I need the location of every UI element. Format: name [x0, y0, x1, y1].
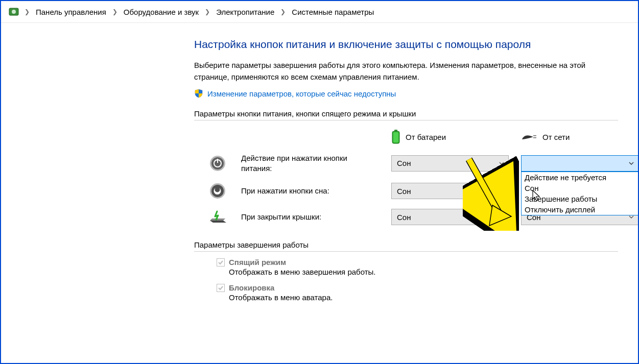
- power-plug-icon: [521, 132, 537, 141]
- column-header-ac: От сети: [521, 132, 638, 141]
- chevron-right-icon: ❯: [202, 8, 213, 15]
- checkbox-sleep-mode-label: Спящий режим: [229, 258, 286, 266]
- battery-icon: [391, 130, 400, 144]
- chevron-down-icon: [499, 215, 504, 219]
- svg-rect-5: [393, 132, 398, 142]
- dropdown-option-sleep[interactable]: Сон: [522, 183, 638, 193]
- breadcrumb-control-panel[interactable]: Панель управления: [35, 7, 107, 17]
- chevron-right-icon: ❯: [21, 8, 33, 15]
- section-buttons-lid-title: Параметры кнопки питания, кнопки спящего…: [194, 109, 618, 120]
- breadcrumb: ❯ Панель управления ❯ Оборудование и зву…: [1, 1, 638, 23]
- checkbox-lock-label: Блокировка: [229, 283, 274, 292]
- breadcrumb-system-settings[interactable]: Системные параметры: [291, 7, 375, 17]
- row-sleep-button-label: При нажатии кнопки сна:: [241, 186, 379, 196]
- dropdown-option-display-off[interactable]: Отключить дисплей: [522, 204, 638, 215]
- sleep-button-battery-combo[interactable]: Сон: [391, 183, 509, 199]
- chevron-down-icon: [629, 162, 634, 165]
- row-power-button-label: Действие при нажатии кнопки питания:: [241, 153, 379, 173]
- breadcrumb-hardware-sound[interactable]: Оборудование и звук: [123, 7, 200, 17]
- checkbox-sleep-mode: [217, 258, 225, 266]
- section-shutdown-params-title: Параметры завершения работы: [194, 240, 618, 252]
- chevron-right-icon: ❯: [277, 8, 289, 15]
- dropdown-option-no-action[interactable]: Действие не требуется: [522, 172, 638, 183]
- svg-point-2: [12, 10, 16, 14]
- sleep-button-icon: [206, 182, 229, 200]
- uac-shield-icon: [194, 89, 203, 98]
- lid-close-battery-combo[interactable]: Сон: [391, 209, 509, 225]
- combo-value: Сон: [397, 187, 411, 196]
- chevron-down-icon: [499, 162, 504, 165]
- breadcrumb-power-options[interactable]: Электропитание: [215, 7, 275, 17]
- chevron-right-icon: ❯: [109, 8, 121, 15]
- combo-value: Сон: [397, 213, 411, 222]
- combo-value: Сон: [397, 159, 411, 167]
- svg-point-13: [211, 185, 224, 197]
- checkbox-lock-desc: Отображать в меню аватара.: [229, 293, 614, 302]
- svg-rect-11: [217, 159, 218, 163]
- svg-rect-6: [533, 135, 536, 136]
- checkbox-sleep-mode-desc: Отображать в меню завершения работы.: [229, 268, 614, 276]
- chevron-down-icon: [629, 215, 634, 219]
- svg-rect-7: [533, 137, 536, 138]
- power-button-ac-combo[interactable]: Действие не требуется Сон Завершение раб…: [521, 155, 638, 172]
- checkbox-lock: [217, 284, 225, 292]
- row-lid-close-label: При закрытии крышки:: [241, 212, 379, 222]
- power-button-battery-combo[interactable]: Сон: [391, 155, 509, 172]
- change-unavailable-settings-link[interactable]: Изменение параметров, которые сейчас нед…: [207, 89, 396, 98]
- power-button-icon: [206, 155, 229, 172]
- page-title: Настройка кнопок питания и включение защ…: [194, 38, 614, 51]
- column-header-battery: От батареи: [391, 130, 509, 144]
- dropdown-option-shutdown[interactable]: Завершение работы: [522, 193, 638, 204]
- control-panel-icon: [8, 6, 19, 17]
- chevron-down-icon: [499, 189, 504, 192]
- column-header-ac-label: От сети: [542, 133, 570, 141]
- power-button-ac-dropdown: Действие не требуется Сон Завершение раб…: [521, 172, 638, 215]
- page-description: Выберите параметры завершения работы для…: [194, 60, 593, 83]
- column-header-battery-label: От батареи: [406, 133, 446, 141]
- lid-close-icon: [206, 209, 229, 225]
